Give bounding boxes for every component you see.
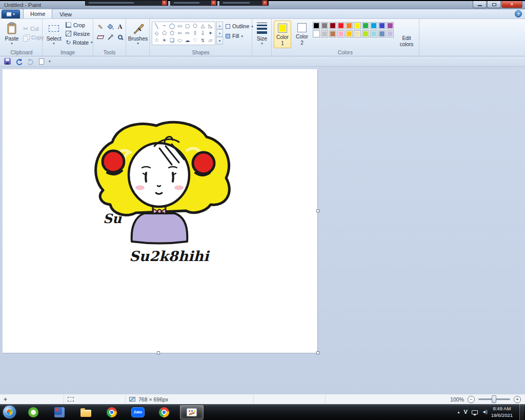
taskbar-button-zalo[interactable]: Zalo xyxy=(128,405,148,419)
taskbar-button-coc-coc[interactable] xyxy=(23,405,44,419)
shape-item[interactable]: ~ xyxy=(160,23,168,30)
show-desktop-button[interactable] xyxy=(519,404,524,420)
fill-tool[interactable] xyxy=(106,22,115,32)
palette-swatch[interactable] xyxy=(378,30,386,37)
canvas-resize-handle-right[interactable] xyxy=(316,209,319,212)
drawing-canvas[interactable]: Sù Su2k8hihi xyxy=(3,69,317,353)
shape-item[interactable]: ◇ xyxy=(153,30,160,37)
resize-button[interactable]: Resize xyxy=(65,29,93,38)
magnifier-tool[interactable] xyxy=(115,32,125,42)
palette-swatch[interactable] xyxy=(346,22,353,29)
shapes-scroll-down-button[interactable]: ▾ xyxy=(216,29,223,37)
eraser-tool[interactable] xyxy=(96,32,105,42)
pencil-tool[interactable]: ✎ xyxy=(96,22,105,32)
palette-swatch[interactable] xyxy=(321,22,328,29)
qat-dropdown-button[interactable]: ▾ xyxy=(49,59,51,64)
taskbar-button-explorer[interactable] xyxy=(75,405,96,419)
copy-button[interactable]: Copy xyxy=(22,33,44,42)
color1-button[interactable]: Color 1 xyxy=(274,21,291,48)
palette-swatch[interactable] xyxy=(354,22,361,29)
palette-swatch[interactable] xyxy=(370,22,377,29)
shape-item[interactable]: ⇧ xyxy=(191,30,199,37)
undo-button[interactable] xyxy=(15,58,23,65)
shape-item[interactable]: ◯ xyxy=(168,23,176,30)
select-button[interactable]: Select ▾ xyxy=(45,21,63,48)
shape-item[interactable]: ↯ xyxy=(199,37,207,44)
unikey-tray-icon[interactable]: V xyxy=(463,409,467,415)
paste-button[interactable]: Paste ▾ xyxy=(3,21,21,48)
palette-swatch[interactable] xyxy=(313,22,320,29)
palette-swatch[interactable] xyxy=(362,22,369,29)
shape-item[interactable]: ▱ xyxy=(207,37,214,44)
shape-item[interactable]: ╲ xyxy=(153,23,160,30)
size-button[interactable]: Size ▾ xyxy=(253,21,271,48)
save-button[interactable] xyxy=(4,58,11,65)
canvas-resize-handle-corner[interactable] xyxy=(316,351,319,354)
taskbar-button-paint[interactable] xyxy=(180,405,204,419)
taskbar-button-app-blue[interactable] xyxy=(49,405,70,419)
shape-item[interactable]: ✶ xyxy=(160,37,168,44)
volume-tray-icon[interactable]: ◄) xyxy=(482,410,487,414)
shape-item[interactable]: ✦ xyxy=(207,30,214,37)
palette-swatch[interactable] xyxy=(329,22,336,29)
edit-colors-button[interactable]: Edit colors xyxy=(398,21,415,48)
crop-button[interactable]: Crop xyxy=(65,21,93,29)
start-button[interactable] xyxy=(3,406,16,418)
shape-item[interactable]: ⇩ xyxy=(199,30,207,37)
palette-swatch[interactable] xyxy=(370,30,377,37)
shape-item[interactable]: ⇨ xyxy=(184,30,191,37)
palette-swatch[interactable] xyxy=(329,30,336,37)
palette-swatch[interactable] xyxy=(337,30,345,37)
shape-item[interactable]: ◺ xyxy=(207,23,214,30)
show-hidden-icons-button[interactable]: ▴ xyxy=(457,410,459,414)
shape-item[interactable]: ⬠ xyxy=(160,30,168,37)
taskbar-button-chrome-2[interactable] xyxy=(154,405,174,419)
shape-item[interactable]: ☆ xyxy=(153,37,160,44)
redo-button[interactable] xyxy=(27,58,34,65)
palette-swatch[interactable] xyxy=(346,30,353,37)
palette-swatch[interactable] xyxy=(387,30,394,37)
palette-swatch[interactable] xyxy=(354,30,361,37)
brushes-button[interactable]: Brushes ▾ xyxy=(129,21,147,48)
customize-toolbar-icon[interactable] xyxy=(39,58,44,65)
fill-dropdown[interactable]: Fill ▾ xyxy=(226,33,243,39)
zoom-slider[interactable] xyxy=(478,398,510,400)
help-button[interactable]: ? xyxy=(515,10,522,17)
shapes-more-button[interactable]: ▼ xyxy=(216,37,223,45)
minimize-button[interactable] xyxy=(473,1,487,8)
palette-swatch[interactable] xyxy=(321,30,328,37)
palette-swatch[interactable] xyxy=(337,22,345,29)
text-tool[interactable]: A xyxy=(115,22,125,32)
zoom-slider-thumb[interactable] xyxy=(492,395,496,403)
shape-item[interactable]: △ xyxy=(199,23,207,30)
shape-item[interactable]: ♡ xyxy=(191,37,199,44)
shape-item[interactable]: ❏ xyxy=(168,37,176,44)
shape-item[interactable]: ⬡ xyxy=(168,30,176,37)
palette-swatch[interactable] xyxy=(362,30,369,37)
zoom-in-button[interactable]: + xyxy=(514,396,521,403)
zoom-out-button[interactable]: − xyxy=(468,396,475,403)
shape-item[interactable]: ⬭ xyxy=(176,37,184,44)
tab-home[interactable]: Home xyxy=(23,9,52,18)
shapes-scroll-up-button[interactable]: ▴ xyxy=(216,22,223,29)
display-tray-icon[interactable] xyxy=(472,410,478,414)
shape-item[interactable]: ⬠ xyxy=(191,23,199,30)
taskbar-button-chrome[interactable] xyxy=(102,405,122,419)
color-picker-tool[interactable] xyxy=(106,32,115,42)
shape-item[interactable]: ▢ xyxy=(184,23,191,30)
rotate-button[interactable]: ↻ Rotate ▾ xyxy=(65,38,93,47)
canvas-resize-handle-bottom[interactable] xyxy=(157,351,160,354)
cut-button[interactable]: ✂ Cut xyxy=(22,24,44,33)
paint-menu-button[interactable]: ▾ xyxy=(2,10,20,18)
maximize-button[interactable] xyxy=(487,1,501,8)
taskbar-clock[interactable]: 8:49 AM 19/6/2021 xyxy=(491,406,513,419)
shape-item[interactable]: ☁ xyxy=(184,37,191,44)
close-button[interactable]: × xyxy=(501,1,522,8)
palette-swatch[interactable] xyxy=(313,30,320,37)
color2-button[interactable]: Color 2 xyxy=(293,21,311,48)
outline-dropdown[interactable]: Outline ▾ xyxy=(226,23,253,29)
palette-swatch[interactable] xyxy=(387,22,394,29)
tab-view[interactable]: View xyxy=(53,10,78,18)
palette-swatch[interactable] xyxy=(378,22,386,29)
shape-item[interactable]: ⇦ xyxy=(176,30,184,37)
